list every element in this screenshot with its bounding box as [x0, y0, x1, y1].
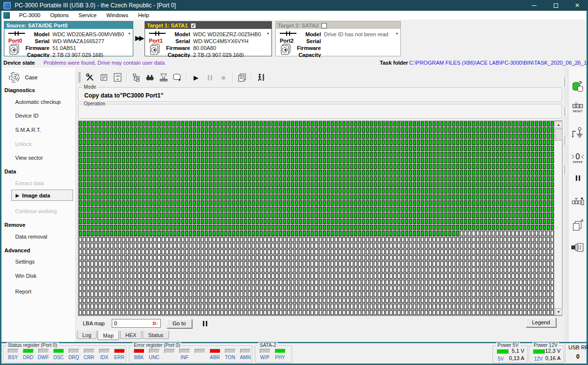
map-pause-icon[interactable] — [203, 321, 207, 326]
register-cell: BSY — [5, 349, 21, 360]
script-log-icon[interactable] — [97, 72, 111, 83]
power5-current: 0,13 A — [509, 355, 524, 361]
tab-log[interactable]: Log — [77, 331, 97, 339]
sidebar-item-settings[interactable]: Settings — [15, 259, 35, 265]
register-label: ABR — [210, 355, 220, 360]
main-area: Case Diagnostics Automatic checkup Devic… — [1, 68, 587, 342]
target1-checkbox[interactable]: ✓ — [191, 23, 196, 28]
percent-100-icon[interactable]: 100% — [111, 72, 124, 83]
copy-database-icon[interactable] — [570, 79, 586, 94]
source-model-dropdown-icon[interactable]: ▾ — [128, 31, 130, 36]
lba-map-canvas[interactable] — [78, 121, 554, 316]
sidebar-item-view-sector[interactable]: View sector — [15, 155, 43, 161]
binoculars-search-icon[interactable] — [143, 72, 157, 83]
svg-text:100: 100 — [115, 74, 120, 77]
register-label: IDX — [100, 355, 108, 360]
database-task-icon[interactable] — [171, 72, 184, 83]
register-cell: DRQ — [66, 349, 81, 360]
power-circuit-icon[interactable] — [570, 125, 586, 140]
sidebar-section-advanced: Advanced — [4, 247, 30, 253]
state-bar: Device state Problems were found, Drive … — [1, 57, 587, 68]
copy-results-icon[interactable] — [235, 72, 249, 83]
sidebar-item-report[interactable]: Report — [15, 289, 31, 294]
scroll-up-icon[interactable]: ▲ — [555, 121, 563, 128]
chip-terminal-icon[interactable]: ✱ — [570, 195, 586, 210]
bottom-tabs: Log Map HEX Status — [77, 331, 170, 340]
tab-hex[interactable]: HEX — [120, 331, 142, 339]
port0-icon[interactable]: Port0 — [8, 31, 25, 45]
power12-led — [533, 349, 545, 354]
target2-model-dropdown-icon[interactable]: ▾ — [396, 31, 398, 36]
sata2-title: SATA-2 — [258, 342, 278, 348]
register-led-PHY — [275, 349, 286, 353]
power12-voltage: 12,3 V — [545, 348, 561, 354]
sidebar-item-case[interactable]: Case — [8, 72, 38, 83]
register-led-ERR — [114, 349, 125, 353]
status-bar: Status register (Port 0) BSYDRDDWFDSCDRQ… — [1, 343, 587, 364]
tools-icon[interactable] — [83, 72, 97, 83]
reset-icon[interactable]: RESET1↓ — [570, 100, 586, 115]
sidebar-section-remove: Remove — [4, 222, 25, 228]
scroll-down-icon[interactable]: ▼ — [555, 308, 563, 316]
structure-tree-icon[interactable] — [129, 72, 143, 83]
sidebar-item-image-data[interactable]: ▶ Image data — [11, 190, 73, 201]
close-copies-icon[interactable]: ✕ — [570, 218, 586, 232]
port2-icon[interactable]: Port2 — [280, 31, 296, 45]
error-register-group: Error register (Port 0) BBKUNCINFABRTONA… — [129, 345, 252, 363]
sidebar-item-data-removal[interactable]: Data removal — [15, 234, 47, 240]
panel-splitter[interactable] — [564, 68, 568, 342]
usb-title: USB RR/C — [568, 344, 588, 350]
register-cell: AMN — [238, 349, 253, 360]
register-led-TON — [225, 349, 236, 353]
mode-value: Copy data to"PC3000 Port1" — [84, 92, 163, 99]
menu-windows[interactable]: Windows — [101, 11, 133, 20]
scrollbar-thumb[interactable] — [555, 129, 563, 141]
exit-task-icon[interactable] — [254, 72, 268, 83]
right-toolbar: RESET1↓ 0 ✱ ✕ — [568, 68, 587, 342]
register-led-IDX — [99, 349, 110, 353]
target2-model: Drive ID has not been read — [324, 31, 388, 37]
filter-map-icon[interactable] — [157, 72, 171, 83]
goto-button[interactable]: Go to — [167, 319, 192, 328]
minimize-button[interactable] — [523, 0, 545, 11]
oscilloscope-zero-icon[interactable]: 0 — [570, 151, 586, 166]
sidebar-item-smart[interactable]: S.M.A.R.T. — [15, 127, 41, 133]
menu-help[interactable]: Help — [133, 11, 154, 20]
mode-group: Mode Copy data to"PC3000 Port1" — [78, 87, 562, 102]
sidebar-item-device-id[interactable]: Device ID — [15, 113, 39, 119]
maximize-button[interactable] — [545, 0, 566, 11]
port1-icon[interactable]: Port1 — [149, 31, 166, 45]
sidebar-item-win-disk[interactable]: Win Disk — [15, 273, 36, 279]
task-folder-more-button[interactable]: ... — [574, 60, 578, 66]
device-panels: Source: SATA/IDE Port0 Port0 ModelWDC WD… — [1, 20, 587, 57]
start-button[interactable]: ▶ — [189, 72, 203, 83]
register-label: DRQ — [68, 355, 79, 360]
close-button[interactable]: ✕ — [566, 0, 588, 11]
tab-map[interactable]: Map — [98, 331, 119, 340]
connector-adapter-icon[interactable] — [570, 240, 586, 255]
stop-button: ■ — [217, 72, 230, 83]
pause-power-icon[interactable] — [570, 170, 586, 185]
toolbar-grip[interactable] — [78, 72, 80, 83]
lba-map-panel[interactable]: ▲ ▼ — [78, 121, 563, 316]
map-scrollbar[interactable]: ▲ ▼ — [554, 121, 562, 316]
sidebar-item-extract-data: Extract data — [15, 180, 44, 186]
tab-status[interactable]: Status — [143, 331, 169, 339]
target1-model-dropdown-icon[interactable]: ▾ — [267, 31, 269, 36]
sidebar-item-automatic-checkup[interactable]: Automatic checkup — [15, 99, 61, 105]
sata2-group: SATA-2 W/PPHY — [255, 345, 292, 363]
lba-map-label: LBA map — [83, 320, 105, 326]
mode-legend: Mode — [82, 84, 98, 90]
firmware-label: Firmware — [156, 45, 190, 51]
power5-led — [497, 349, 509, 354]
register-cell: IDX — [97, 349, 112, 360]
window-title: PC-3000 Portable III (USB 3.0) - the Cze… — [15, 2, 176, 9]
app-window: PC-3000 Portable III (USB 3.0) - the Cze… — [0, 0, 588, 365]
menu-pc3000[interactable]: PC-3000 — [14, 11, 45, 20]
target2-checkbox[interactable] — [321, 23, 327, 28]
power12-current: 0,16 A — [545, 355, 561, 361]
menu-options[interactable]: Options — [45, 11, 74, 20]
legend-button[interactable]: Legend — [526, 317, 556, 327]
menu-service[interactable]: Service — [74, 11, 101, 20]
firmware-label: Firmware — [15, 45, 49, 51]
